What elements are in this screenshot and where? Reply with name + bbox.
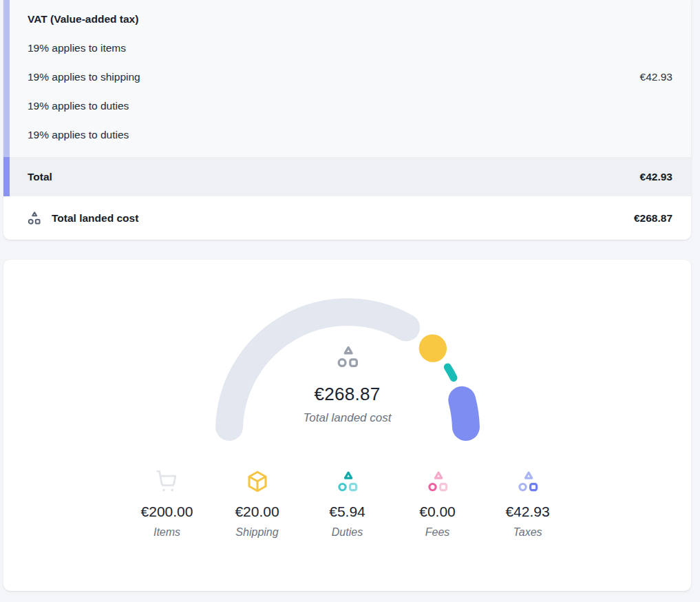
vat-line-duties-1-label: 19% applies to duties: [28, 100, 129, 112]
tax-total-accent-strip: [3, 157, 10, 196]
legend-label-duties: Duties: [302, 526, 392, 539]
total-landed-cost-row[interactable]: Total landed cost €268.87: [3, 196, 691, 240]
legend-item-duties[interactable]: €5.94 Duties: [302, 468, 392, 539]
legend-label-items: Items: [122, 526, 212, 539]
landed-cost-gauge-card: €268.87 Total landed cost €200.00 Items: [3, 260, 691, 591]
landed-cost-shapes-icon: [26, 210, 42, 226]
legend-value-items: €200.00: [122, 504, 212, 520]
vat-line-shipping-label: 19% applies to shipping: [28, 71, 140, 83]
vat-line-duties-2: 19% applies to duties: [28, 121, 672, 149]
legend-label-fees: Fees: [392, 526, 482, 539]
vat-section-title: VAT (Value-added tax): [28, 13, 138, 25]
total-landed-cost-value: €268.87: [634, 212, 672, 225]
legend-value-fees: €0.00: [392, 504, 482, 520]
vat-line-duties-1: 19% applies to duties: [28, 92, 672, 121]
gauge-legend: €200.00 Items €20.00 Shipping €5.94 Duti…: [3, 468, 691, 539]
tax-total-label: Total: [28, 171, 52, 183]
legend-value-shipping: €20.00: [212, 504, 302, 520]
legend-item-shipping[interactable]: €20.00 Shipping: [212, 468, 302, 539]
vat-line-shipping: 19% applies to shipping €42.93: [28, 63, 672, 92]
vat-section-title-row: VAT (Value-added tax): [28, 5, 672, 34]
taxes-shapes-icon: [482, 468, 573, 495]
vat-line-items: 19% applies to items: [28, 34, 672, 63]
vat-line-shipping-value: €42.93: [640, 71, 672, 83]
tax-total-row: Total €42.93: [3, 157, 691, 196]
legend-value-duties: €5.94: [302, 504, 392, 520]
tax-section-accent-strip: [3, 0, 10, 157]
gauge-segment: [462, 400, 466, 427]
vat-line-items-label: 19% applies to items: [28, 42, 126, 54]
gauge-segment: [229, 312, 406, 427]
vat-section[interactable]: VAT (Value-added tax) 19% applies to ite…: [3, 0, 691, 157]
total-landed-cost-label: Total landed cost: [52, 212, 138, 225]
legend-item-fees[interactable]: €0.00 Fees: [392, 468, 482, 539]
package-cube-icon: [212, 468, 302, 495]
legend-label-shipping: Shipping: [212, 526, 302, 539]
vat-line-duties-2-label: 19% applies to duties: [28, 129, 129, 141]
legend-item-items[interactable]: €200.00 Items: [122, 468, 212, 539]
cart-icon: [122, 468, 212, 495]
gauge-chart: €268.87 Total landed cost: [196, 284, 499, 455]
legend-label-taxes: Taxes: [482, 526, 573, 539]
duties-shapes-icon: [302, 468, 392, 495]
fees-shapes-icon: [392, 468, 482, 495]
legend-value-taxes: €42.93: [482, 504, 573, 520]
gauge-segment: [447, 367, 454, 378]
tax-total-value: €42.93: [640, 171, 672, 183]
gauge-arc-svg: [196, 284, 499, 455]
tax-breakdown-card: VAT (Value-added tax) 19% applies to ite…: [3, 0, 691, 240]
legend-item-taxes[interactable]: €42.93 Taxes: [482, 468, 573, 539]
